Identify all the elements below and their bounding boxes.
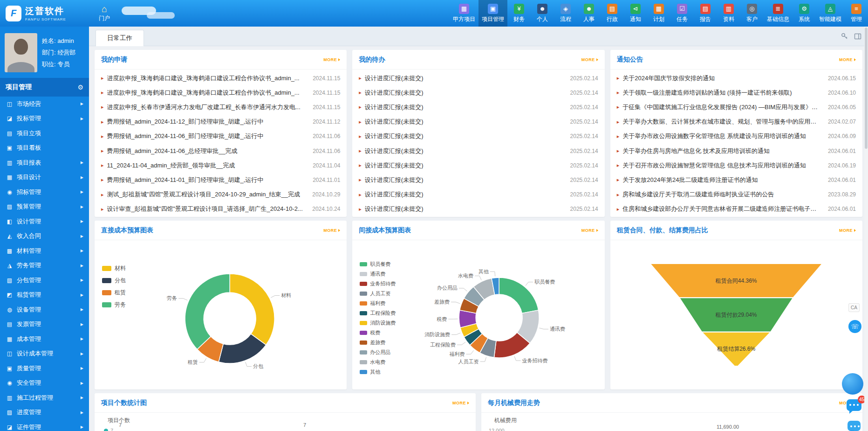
more-link[interactable]: MORE [581, 228, 598, 233]
list-item[interactable]: ▸关于召开市政公用设施智慧化管理信息 信息技术与应用培训班的通知2024.06.… [617, 158, 856, 173]
sidebar-item-certificate[interactable]: ◪证件管理▶ [0, 420, 89, 431]
layout-toggle-icon[interactable] [854, 33, 861, 40]
key-icon[interactable] [841, 33, 848, 40]
legend-item[interactable]: 税费 [360, 329, 396, 336]
sidebar-item-design[interactable]: ◧设计管理▶ [0, 214, 89, 229]
sidebar-item-project-design[interactable]: ▦项目设计▶ [0, 170, 89, 185]
top-nav-project-management[interactable]: ▣项目管理 [478, 0, 507, 27]
list-item[interactable]: ▸关于举办住房与房地产信息化 技术及应用培训班的通知2024.06.01 [617, 144, 856, 158]
ca-widget[interactable]: CA [848, 303, 860, 312]
top-nav-plan[interactable]: ▦计划 [647, 0, 670, 27]
sidebar-item-equipment[interactable]: ◍设备管理▶ [0, 302, 89, 317]
sidebar-item-invoice[interactable]: ▤发票管理▶ [0, 317, 89, 332]
list-item[interactable]: ▸设计进度汇报(未提交)2025.02.14 [359, 71, 598, 85]
legend-item[interactable]: 其他 [360, 368, 396, 375]
gear-icon[interactable]: ⚙ [77, 83, 83, 91]
project-count-chart[interactable]: 项目个数 7 7 7 [95, 413, 476, 431]
more-link[interactable]: MORE [452, 401, 469, 405]
legend-item[interactable]: 分包 [102, 277, 126, 285]
list-item[interactable]: ▸关于发放2024年第24批二级建造师注册证书的通知2024.06.01 [617, 173, 856, 187]
user-avatar[interactable] [5, 33, 37, 72]
machine-cost-chart[interactable]: 机械费用 11,690.00 12,000 [481, 413, 862, 431]
list-item[interactable]: ▸设计进度汇报(未提交)2025.02.14 [359, 129, 598, 144]
list-item[interactable]: ▸进度款申报_珠海鹤港口建设_珠海鹤港口建设工程合作协议书_admin_...2… [101, 85, 340, 100]
sidebar-item-market[interactable]: ◫市场经营▶ [0, 97, 89, 111]
top-nav-base-info[interactable]: ≣基础信息 [764, 0, 793, 27]
top-nav-administration[interactable]: ▤行政 [601, 0, 624, 27]
sidebar-item-bidding[interactable]: ◪投标管理▶ [0, 111, 89, 126]
legend-item[interactable]: 业务招待费 [360, 280, 396, 287]
list-item[interactable]: ▸设计审查_彭祖新城"四馆"景观工程设计项目_请选择_胡广生_2024-10-2… [101, 202, 340, 216]
list-item[interactable]: ▸费用报销_admin_2024-11-12_部门经理审批_胡建_,运行中202… [101, 115, 340, 129]
pie-slice[interactable] [499, 278, 538, 313]
legend-item[interactable]: 办公用品 [360, 349, 396, 356]
list-item[interactable]: ▸费用报销_admin_2024-11-06_部门经理审批_胡建_,运行中202… [101, 129, 340, 144]
top-nav-personal[interactable]: ☻个人 [531, 0, 554, 27]
tab-daily-work[interactable]: 日常工作 [96, 30, 144, 46]
legend-item[interactable]: 人员工资 [360, 290, 396, 297]
list-item[interactable]: ▸关于2024年国庆节放假安排的通知2024.06.15 [617, 71, 856, 85]
phone-contact-button[interactable]: ☏ [848, 320, 861, 333]
top-nav-portal[interactable]: ⌂ 门户 [89, 0, 120, 27]
sidebar-item-quality[interactable]: ▣质量管理▶ [0, 361, 89, 376]
top-nav-client-project[interactable]: ▦甲方项目 [450, 0, 478, 27]
app-logo[interactable]: F 泛普软件 FANPU SOFTWARE [0, 0, 89, 27]
sidebar-item-design-cost[interactable]: ◫设计成本管理▶ [0, 347, 89, 361]
sidebar-item-project-kanban[interactable]: ▣项目看板 [0, 141, 89, 156]
list-item[interactable]: ▸11_2024-11-04_admin_经营部_领导审批__完成2024.11… [101, 158, 340, 173]
list-item[interactable]: ▸关于举办大数据、云计算技术在城市建设、规划、管理与服务中的应用培训班...20… [617, 115, 856, 129]
list-item[interactable]: ▸设计进度汇报(未提交)2025.02.14 [359, 144, 598, 158]
sidebar-item-budget[interactable]: ▨预算管理▶ [0, 200, 89, 215]
list-item[interactable]: ▸费用报销_admin_2024-11-06_总经理审批__完成2024.11.… [101, 144, 340, 158]
legend-item[interactable]: 通讯费 [360, 271, 396, 278]
list-item[interactable]: ▸设计进度汇报(未提交)2025.02.14 [359, 202, 598, 216]
list-item[interactable]: ▸设计进度汇报(未提交)2025.02.14 [359, 188, 598, 202]
sidebar-item-construction-process[interactable]: ▥施工过程管理▶ [0, 390, 89, 405]
sidebar-item-subcontract[interactable]: ▧分包管理▶ [0, 273, 89, 288]
top-nav-report[interactable]: ▤报告 [694, 0, 717, 27]
list-item[interactable]: ▸关于领取一级注册建造师培训贴的通知 (须持一建证书前来领取)2024.06.1… [617, 85, 856, 100]
floating-action-button[interactable] [842, 373, 863, 395]
list-item[interactable]: ▸设计进度汇报(未提交)2025.02.14 [359, 85, 598, 100]
scrollbar-thumb[interactable] [865, 28, 868, 149]
sidebar-item-safety[interactable]: ◉安全管理▶ [0, 376, 89, 391]
legend-item[interactable]: 职员餐费 [360, 261, 396, 268]
legend-item[interactable]: 材料 [102, 264, 126, 272]
list-item[interactable]: ▸于征集《中国建筑施工行业信息化发展报告 (2024) —BIM应用与发展》材料… [617, 100, 856, 114]
top-nav-hr[interactable]: ☻人事 [577, 0, 601, 27]
top-nav-system[interactable]: ⚙系统 [793, 0, 816, 27]
top-nav-process[interactable]: ◈流程 [554, 0, 577, 27]
sidebar-item-progress[interactable]: ▨进度管理▶ [0, 405, 89, 420]
top-nav-modeling[interactable]: ◬智能建模 [816, 0, 845, 27]
pie-slice[interactable] [230, 274, 274, 345]
legend-item[interactable]: 差旅费 [360, 339, 396, 346]
chat-button[interactable]: 45 [847, 399, 861, 411]
sidebar-item-tender[interactable]: ◉招标管理▶ [0, 185, 89, 200]
list-item[interactable]: ▸设计进度汇报(未提交)2025.02.14 [359, 158, 598, 173]
list-item[interactable]: ▸房和城乡建设厅关于取消二级建造师临时执业证书的公告2023.08.29 [617, 188, 856, 202]
legend-item[interactable]: 租赁 [102, 289, 126, 297]
list-item[interactable]: ▸进度款申报_长春市伊通河水力发电厂改建工程_长春市伊通河水力发电...2024… [101, 100, 340, 114]
list-item[interactable]: ▸测试_彭祖新城"四馆"景观工程设计项目_2024-10-29_admin_结束… [101, 188, 340, 202]
top-nav-customer[interactable]: ◎客户 [740, 0, 764, 27]
list-item[interactable]: ▸关于举办市政公用设施数字化管理信息 系统建设与应用培训班的通知2024.06.… [617, 129, 856, 144]
more-link[interactable]: MORE [839, 57, 856, 62]
lease-funnel-chart[interactable]: 租赁合同44.36%租赁付款29.04%租赁结算26.6% [610, 240, 862, 389]
list-item[interactable]: ▸住房和城乡建设部办公厅关于同意吉林省开展二级建造师注册证书电子化试点...20… [617, 202, 856, 216]
vertical-scrollbar[interactable] [864, 27, 868, 431]
top-nav-management[interactable]: ≡管理 [845, 0, 868, 27]
legend-item[interactable]: 工程保险费 [360, 310, 396, 317]
more-link[interactable]: MORE [323, 57, 340, 62]
sidebar-item-income-contract[interactable]: ◭收入合同▶ [0, 229, 89, 244]
direct-cost-donut-chart[interactable]: 材料分包租赁劳务 [95, 240, 347, 389]
sidebar-item-labor[interactable]: ◮劳务管理▶ [0, 258, 89, 273]
list-item[interactable]: ▸设计进度汇报(未提交)2025.02.14 [359, 115, 598, 129]
sidebar-item-lease[interactable]: ◩租赁管理▶ [0, 288, 89, 303]
list-item[interactable]: ▸设计进度汇报(未提交)2025.02.14 [359, 100, 598, 114]
legend-item[interactable]: 消防设施费 [360, 320, 396, 327]
list-item[interactable]: ▸费用报销_admin_2024-11-01_部门经理审批_胡建_,运行中202… [101, 173, 340, 187]
top-nav-finance[interactable]: ¥财务 [507, 0, 531, 27]
legend-item[interactable]: 福利费 [360, 300, 396, 307]
top-nav-document[interactable]: ▥资料 [717, 0, 740, 27]
sidebar-item-project-report[interactable]: ▥项目报表▶ [0, 155, 89, 170]
